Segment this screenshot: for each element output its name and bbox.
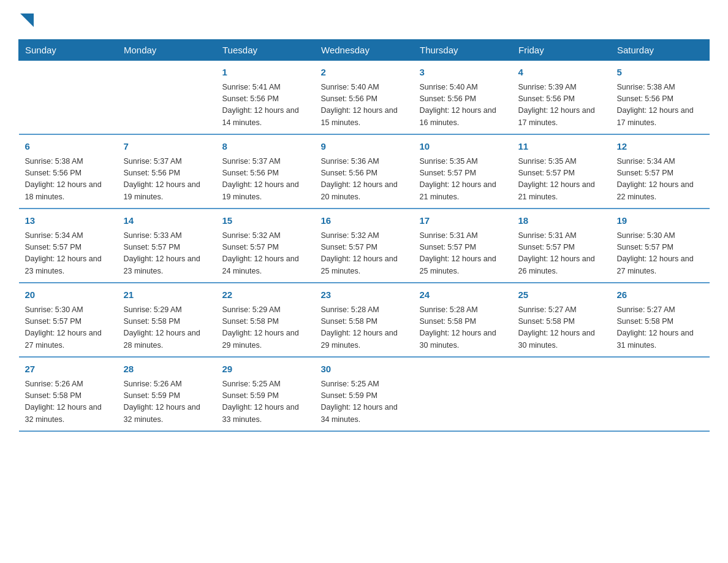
day-number: 11 — [518, 140, 605, 154]
day-info: Sunrise: 5:27 AMSunset: 5:58 PMDaylight:… — [617, 304, 703, 352]
weekday-header-wednesday: Wednesday — [315, 40, 414, 61]
calendar-cell: 3Sunrise: 5:40 AMSunset: 5:56 PMDaylight… — [414, 61, 512, 135]
day-number: 9 — [321, 140, 408, 154]
calendar-cell — [611, 357, 710, 431]
day-number: 19 — [617, 214, 703, 228]
calendar-cell: 21Sunrise: 5:29 AMSunset: 5:58 PMDayligh… — [118, 283, 216, 357]
calendar-cell — [118, 61, 216, 135]
day-info: Sunrise: 5:35 AMSunset: 5:57 PMDaylight:… — [420, 156, 506, 204]
svg-marker-0 — [20, 13, 34, 27]
logo-triangle-icon — [20, 13, 34, 27]
calendar-cell: 14Sunrise: 5:33 AMSunset: 5:57 PMDayligh… — [118, 209, 216, 283]
day-info: Sunrise: 5:29 AMSunset: 5:58 PMDaylight:… — [124, 304, 210, 352]
calendar-cell — [414, 357, 512, 431]
calendar-cell: 9Sunrise: 5:36 AMSunset: 5:56 PMDaylight… — [315, 134, 414, 209]
day-number: 15 — [222, 214, 309, 228]
calendar-cell: 26Sunrise: 5:27 AMSunset: 5:58 PMDayligh… — [611, 283, 710, 357]
weekday-header-thursday: Thursday — [414, 40, 512, 61]
calendar-cell: 4Sunrise: 5:39 AMSunset: 5:56 PMDaylight… — [512, 61, 611, 135]
day-number: 26 — [617, 288, 703, 302]
day-info: Sunrise: 5:37 AMSunset: 5:56 PMDaylight:… — [124, 156, 210, 204]
day-info: Sunrise: 5:30 AMSunset: 5:57 PMDaylight:… — [25, 304, 112, 352]
day-number: 24 — [420, 288, 506, 302]
calendar-cell: 7Sunrise: 5:37 AMSunset: 5:56 PMDaylight… — [118, 134, 216, 209]
calendar-cell: 22Sunrise: 5:29 AMSunset: 5:58 PMDayligh… — [216, 283, 315, 357]
day-info: Sunrise: 5:41 AMSunset: 5:56 PMDaylight:… — [222, 82, 309, 129]
day-info: Sunrise: 5:25 AMSunset: 5:59 PMDaylight:… — [321, 378, 408, 426]
day-info: Sunrise: 5:31 AMSunset: 5:57 PMDaylight:… — [518, 230, 605, 278]
day-info: Sunrise: 5:35 AMSunset: 5:57 PMDaylight:… — [518, 156, 605, 204]
day-info: Sunrise: 5:34 AMSunset: 5:57 PMDaylight:… — [617, 156, 703, 204]
day-info: Sunrise: 5:37 AMSunset: 5:56 PMDaylight:… — [222, 156, 309, 204]
day-number: 16 — [321, 214, 408, 228]
day-info: Sunrise: 5:31 AMSunset: 5:57 PMDaylight:… — [420, 230, 506, 278]
weekday-header-saturday: Saturday — [611, 40, 710, 61]
day-info: Sunrise: 5:34 AMSunset: 5:57 PMDaylight:… — [25, 230, 112, 278]
calendar-cell: 15Sunrise: 5:32 AMSunset: 5:57 PMDayligh… — [216, 209, 315, 283]
calendar-cell: 2Sunrise: 5:40 AMSunset: 5:56 PMDaylight… — [315, 61, 414, 135]
weekday-header-friday: Friday — [512, 40, 611, 61]
calendar-cell — [19, 61, 118, 135]
calendar-cell: 24Sunrise: 5:28 AMSunset: 5:58 PMDayligh… — [414, 283, 512, 357]
day-number: 25 — [518, 288, 605, 302]
calendar-cell: 29Sunrise: 5:25 AMSunset: 5:59 PMDayligh… — [216, 357, 315, 431]
day-number: 30 — [321, 362, 408, 377]
day-info: Sunrise: 5:40 AMSunset: 5:56 PMDaylight:… — [321, 82, 408, 129]
day-info: Sunrise: 5:30 AMSunset: 5:57 PMDaylight:… — [617, 230, 703, 278]
week-row-5: 27Sunrise: 5:26 AMSunset: 5:58 PMDayligh… — [19, 357, 710, 431]
day-info: Sunrise: 5:27 AMSunset: 5:58 PMDaylight:… — [518, 304, 605, 352]
calendar-body: 1Sunrise: 5:41 AMSunset: 5:56 PMDaylight… — [19, 61, 710, 432]
day-number: 13 — [25, 214, 112, 228]
day-info: Sunrise: 5:38 AMSunset: 5:56 PMDaylight:… — [617, 82, 703, 129]
week-row-3: 13Sunrise: 5:34 AMSunset: 5:57 PMDayligh… — [19, 209, 710, 283]
day-number: 10 — [420, 140, 506, 154]
calendar-cell: 19Sunrise: 5:30 AMSunset: 5:57 PMDayligh… — [611, 209, 710, 283]
day-number: 5 — [617, 66, 703, 80]
day-number: 2 — [321, 66, 408, 80]
calendar-cell: 30Sunrise: 5:25 AMSunset: 5:59 PMDayligh… — [315, 357, 414, 431]
day-info: Sunrise: 5:26 AMSunset: 5:59 PMDaylight:… — [124, 378, 210, 426]
day-number: 1 — [222, 66, 309, 80]
day-number: 6 — [25, 140, 112, 154]
day-info: Sunrise: 5:36 AMSunset: 5:56 PMDaylight:… — [321, 156, 408, 204]
day-number: 12 — [617, 140, 703, 154]
calendar-table: SundayMondayTuesdayWednesdayThursdayFrid… — [18, 39, 710, 432]
day-info: Sunrise: 5:40 AMSunset: 5:56 PMDaylight:… — [420, 82, 506, 129]
day-number: 20 — [25, 288, 112, 302]
day-number: 28 — [124, 362, 210, 377]
calendar-cell: 17Sunrise: 5:31 AMSunset: 5:57 PMDayligh… — [414, 209, 512, 283]
day-number: 29 — [222, 362, 309, 377]
calendar-cell — [512, 357, 611, 431]
day-number: 22 — [222, 288, 309, 302]
weekday-header-tuesday: Tuesday — [216, 40, 315, 61]
day-number: 3 — [420, 66, 506, 80]
day-number: 7 — [124, 140, 210, 154]
calendar-cell: 28Sunrise: 5:26 AMSunset: 5:59 PMDayligh… — [118, 357, 216, 431]
day-number: 14 — [124, 214, 210, 228]
calendar-cell: 12Sunrise: 5:34 AMSunset: 5:57 PMDayligh… — [611, 134, 710, 209]
calendar-cell: 6Sunrise: 5:38 AMSunset: 5:56 PMDaylight… — [19, 134, 118, 209]
day-info: Sunrise: 5:33 AMSunset: 5:57 PMDaylight:… — [124, 230, 210, 278]
day-info: Sunrise: 5:29 AMSunset: 5:58 PMDaylight:… — [222, 304, 309, 352]
day-number: 8 — [222, 140, 309, 154]
calendar-cell: 20Sunrise: 5:30 AMSunset: 5:57 PMDayligh… — [19, 283, 118, 357]
day-info: Sunrise: 5:32 AMSunset: 5:57 PMDaylight:… — [222, 230, 309, 278]
calendar-header: SundayMondayTuesdayWednesdayThursdayFrid… — [19, 40, 710, 61]
day-number: 4 — [518, 66, 605, 80]
day-info: Sunrise: 5:32 AMSunset: 5:57 PMDaylight:… — [321, 230, 408, 278]
calendar-cell: 5Sunrise: 5:38 AMSunset: 5:56 PMDaylight… — [611, 61, 710, 135]
calendar-cell: 13Sunrise: 5:34 AMSunset: 5:57 PMDayligh… — [19, 209, 118, 283]
day-info: Sunrise: 5:28 AMSunset: 5:58 PMDaylight:… — [420, 304, 506, 352]
day-number: 27 — [25, 362, 112, 377]
weekday-header-row: SundayMondayTuesdayWednesdayThursdayFrid… — [19, 40, 710, 61]
calendar-cell: 23Sunrise: 5:28 AMSunset: 5:58 PMDayligh… — [315, 283, 414, 357]
page-header — [18, 12, 710, 27]
week-row-2: 6Sunrise: 5:38 AMSunset: 5:56 PMDaylight… — [19, 134, 710, 209]
day-number: 23 — [321, 288, 408, 302]
calendar-cell: 27Sunrise: 5:26 AMSunset: 5:58 PMDayligh… — [19, 357, 118, 431]
weekday-header-sunday: Sunday — [19, 40, 118, 61]
week-row-1: 1Sunrise: 5:41 AMSunset: 5:56 PMDaylight… — [19, 61, 710, 135]
logo — [18, 12, 34, 27]
calendar-cell: 8Sunrise: 5:37 AMSunset: 5:56 PMDaylight… — [216, 134, 315, 209]
day-info: Sunrise: 5:38 AMSunset: 5:56 PMDaylight:… — [25, 156, 112, 204]
